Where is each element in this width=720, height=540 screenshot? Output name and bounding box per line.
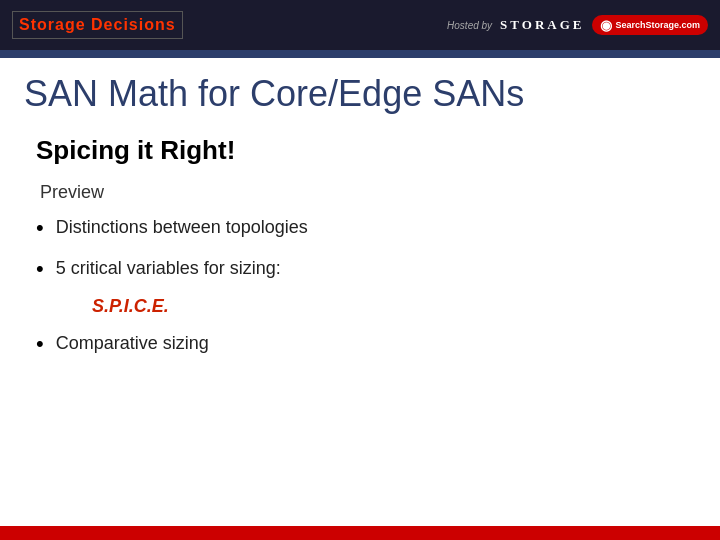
main-title: SAN Math for Core/Edge SANs — [24, 72, 696, 115]
header-bar: Storage Decisions Hosted by STORAGE ◉ Se… — [0, 0, 720, 50]
hosted-area: Hosted by STORAGE ◉ SearchStorage.com — [447, 15, 708, 35]
eye-icon: ◉ — [600, 17, 612, 33]
subtitle: Spicing it Right! — [36, 135, 684, 166]
preview-label: Preview — [36, 182, 684, 203]
bullet-dot-3: • — [36, 331, 44, 357]
hosted-by-label: Hosted by — [447, 20, 492, 31]
logo-storage: Storage Decisions — [12, 11, 183, 39]
content-area: Spicing it Right! Preview • Distinctions… — [0, 123, 720, 526]
logo-decisions-text: Decisions — [91, 16, 176, 33]
bullet-dot-2: • — [36, 256, 44, 282]
bullet-text-1: Distinctions between topologies — [56, 215, 308, 240]
list-item: • Distinctions between topologies — [36, 215, 684, 241]
list-item: • Comparative sizing — [36, 331, 684, 357]
spice-label: S.P.I.C.E. — [36, 296, 684, 317]
search-storage-text: SearchStorage.com — [615, 20, 700, 30]
slide: Storage Decisions Hosted by STORAGE ◉ Se… — [0, 0, 720, 540]
storage-magazine-logo: STORAGE — [500, 17, 584, 33]
bottom-bar — [0, 526, 720, 540]
bullet-list: • Distinctions between topologies • 5 cr… — [36, 215, 684, 282]
logo-area: Storage Decisions — [12, 11, 183, 39]
logo-storage-text: Storage — [19, 16, 86, 33]
main-title-area: SAN Math for Core/Edge SANs — [0, 58, 720, 123]
bullet-text-2: 5 critical variables for sizing: — [56, 256, 281, 281]
accent-bar — [0, 50, 720, 58]
bullet-dot-1: • — [36, 215, 44, 241]
list-item: • 5 critical variables for sizing: — [36, 256, 684, 282]
search-storage-logo: ◉ SearchStorage.com — [592, 15, 708, 35]
bullet-text-3: Comparative sizing — [56, 331, 209, 356]
bullet-list-2: • Comparative sizing — [36, 331, 684, 357]
